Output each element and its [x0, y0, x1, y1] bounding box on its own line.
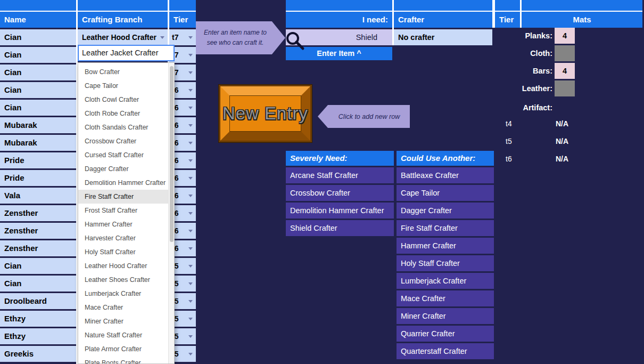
branch-dropdown-items: Bow CrafterCape TailorCloth Cowl Crafter… — [78, 65, 169, 364]
name-cell[interactable]: Cian — [0, 47, 76, 63]
dropdown-item[interactable]: Fire Staff Crafter — [78, 190, 169, 204]
artifact-label: Artifact: — [482, 100, 552, 116]
column-divider — [492, 0, 495, 28]
dropdown-item[interactable]: Dagger Crafter — [78, 162, 169, 176]
dropdown-arrow-icon — [188, 159, 193, 162]
crafter-result-cell: No crafter — [394, 29, 492, 45]
dropdown-item[interactable]: Demolition Hammer Crafter — [78, 176, 169, 190]
dropdown-scrollbar-thumb[interactable] — [170, 66, 174, 242]
could-use-cell[interactable]: Battleaxe Crafter — [397, 167, 494, 183]
header-tier: Tier — [169, 0, 196, 28]
name-cell[interactable]: Cian — [0, 29, 76, 45]
dropdown-item[interactable]: Cloth Robe Crafter — [78, 107, 169, 120]
name-cell[interactable]: Cian — [0, 64, 76, 80]
name-cell[interactable]: Pride — [0, 170, 76, 186]
could-use-cell[interactable]: Quarrier Crafter — [397, 326, 494, 342]
name-cell[interactable]: Cian — [0, 276, 76, 292]
dropdown-item[interactable]: Plate Boots Crafter — [78, 356, 169, 364]
dropdown-arrow-icon — [188, 265, 193, 268]
new-entry-button[interactable]: New Entry — [218, 84, 312, 143]
dropdown-item[interactable]: Lumberjack Crafter — [78, 287, 169, 301]
severely-need-cell[interactable]: Demolition Hammer Crafter — [286, 203, 394, 219]
could-use-cell[interactable]: Miner Crafter — [397, 308, 494, 324]
artifact-tier-label: t4 — [506, 116, 527, 132]
severely-need-cell[interactable]: Crossbow Crafter — [286, 185, 394, 201]
mat-value-cell[interactable] — [555, 80, 575, 96]
dropdown-item[interactable]: Cloth Cowl Crafter — [78, 93, 169, 107]
could-use-cell[interactable]: Cape Tailor — [397, 185, 494, 201]
dropdown-item[interactable]: Holy Staff Crafter — [78, 245, 169, 259]
dropdown-item[interactable]: Mace Crafter — [78, 301, 169, 314]
dropdown-arrow-icon — [188, 335, 193, 338]
name-cell[interactable]: Greekis — [0, 346, 76, 362]
dropdown-item[interactable]: Plate Armor Crafter — [78, 342, 169, 356]
could-use-cell[interactable]: Mace Crafter — [397, 290, 494, 306]
severely-need-cell[interactable]: Shield Crafter — [286, 220, 394, 236]
dropdown-arrow-icon — [188, 71, 193, 74]
dropdown-item[interactable]: Cursed Staff Crafter — [78, 148, 169, 162]
mat-label: Leather: — [482, 80, 552, 96]
name-cell[interactable]: Mubarak — [0, 117, 76, 133]
header-tier-result: Tier — [495, 0, 520, 28]
branch-cell-label: Leather Hood Crafter — [78, 29, 168, 45]
name-cell[interactable]: Droolbeard — [0, 293, 76, 309]
dropdown-item[interactable]: Frost Staff Crafter — [78, 204, 169, 217]
artifact-tier-label: t5 — [506, 133, 527, 149]
name-cell[interactable]: Cian — [0, 100, 76, 116]
new-row-callout: Click to add new row — [318, 105, 410, 128]
dropdown-arrow-icon — [188, 195, 193, 197]
severely-need-header: Severely Need: — [286, 151, 394, 166]
name-cell[interactable]: Zensther — [0, 223, 76, 239]
dropdown-item[interactable]: Miner Crafter — [78, 314, 169, 328]
severely-need-cell[interactable]: Arcane Staff Crafter — [286, 167, 394, 183]
could-use-cell[interactable]: Dagger Crafter — [397, 203, 494, 219]
dropdown-item[interactable]: Hammer Crafter — [78, 217, 169, 231]
dropdown-arrow-icon — [188, 54, 193, 56]
could-use-cell[interactable]: Holy Staff Crafter — [397, 255, 494, 271]
could-use-cell[interactable]: Lumberjack Crafter — [397, 273, 494, 289]
mat-value-cell[interactable]: 4 — [555, 63, 575, 79]
name-cell[interactable]: Pride — [0, 152, 76, 168]
tier-cell[interactable]: t7 — [169, 29, 196, 45]
mat-value-cell[interactable]: 4 — [555, 28, 575, 44]
artifact-tier-label: t6 — [506, 151, 527, 167]
name-cell[interactable]: Vala — [0, 188, 76, 204]
dropdown-scrollbar[interactable] — [168, 63, 174, 363]
search-callout: Enter an item name to see who can craft … — [196, 21, 285, 54]
dropdown-arrow-icon — [188, 282, 193, 285]
name-cell[interactable]: Ethzy — [0, 328, 76, 344]
branch-editor-input[interactable]: Leather Jacket Crafter — [78, 45, 175, 61]
name-column-header: Name — [0, 12, 76, 28]
header-i-need: I need: — [286, 0, 392, 28]
dropdown-arrow-icon — [188, 107, 193, 109]
tier-result-header: Tier — [495, 12, 520, 28]
name-cell[interactable]: Cian — [0, 258, 76, 274]
new-entry-label: New Entry — [222, 103, 308, 124]
branch-cell[interactable]: Leather Hood Crafter — [78, 29, 168, 45]
dropdown-item[interactable]: Leather Hood Crafter — [78, 259, 169, 273]
dropdown-item[interactable]: Cape Tailor — [78, 79, 169, 93]
dropdown-arrow-icon — [160, 36, 164, 39]
branch-dropdown-list: Bow CrafterCape TailorCloth Cowl Crafter… — [78, 62, 175, 364]
mat-value-cell[interactable] — [555, 45, 575, 61]
dropdown-item[interactable]: Nature Staff Crafter — [78, 328, 169, 342]
dropdown-arrow-icon — [188, 318, 193, 320]
dropdown-item[interactable]: Harvester Crafter — [78, 231, 169, 245]
name-cell[interactable]: Zensther — [0, 240, 76, 256]
name-cell[interactable]: Zensther — [0, 205, 76, 221]
could-use-cell[interactable]: Fire Staff Crafter — [397, 220, 494, 236]
dropdown-item[interactable]: Leather Shoes Crafter — [78, 273, 169, 287]
dropdown-arrow-icon — [188, 353, 193, 355]
mats-header: Mats — [522, 12, 642, 28]
header-mats: Mats — [522, 0, 642, 28]
dropdown-arrow-icon — [188, 247, 193, 250]
name-cell[interactable]: Ethzy — [0, 311, 76, 327]
could-use-cell[interactable]: Quarterstaff Crafter — [397, 343, 494, 359]
dropdown-item[interactable]: Bow Crafter — [78, 65, 169, 79]
name-cell[interactable]: Mubarak — [0, 135, 76, 151]
dropdown-item[interactable]: Cloth Sandals Crafter — [78, 120, 169, 134]
dropdown-item[interactable]: Crossbow Crafter — [78, 134, 169, 148]
name-cell[interactable]: Cian — [0, 82, 76, 98]
artifact-value: N/A — [556, 116, 588, 132]
could-use-cell[interactable]: Hammer Crafter — [397, 238, 494, 254]
